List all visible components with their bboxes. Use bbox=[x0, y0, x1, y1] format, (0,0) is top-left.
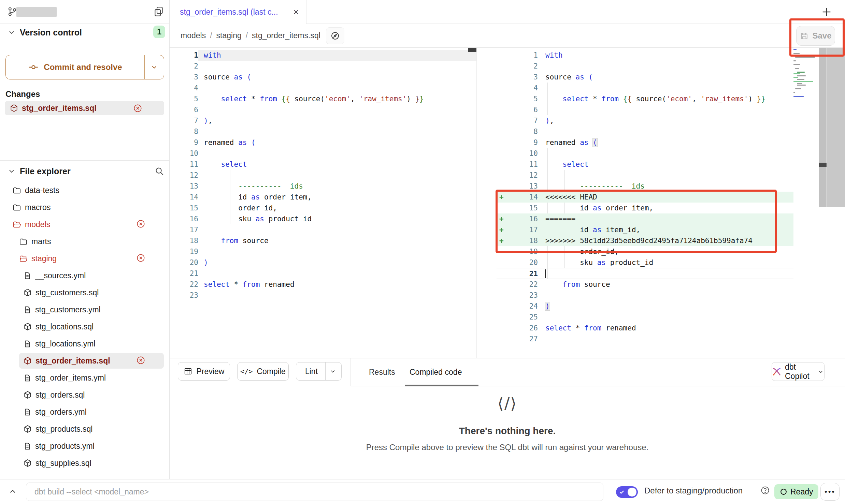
code-line[interactable]: 24) bbox=[497, 301, 793, 312]
copy-pages-icon[interactable] bbox=[153, 5, 164, 17]
code-line[interactable]: 19 order_id, bbox=[497, 246, 793, 257]
minimap-scrollbar[interactable] bbox=[819, 48, 827, 207]
file-tree-item-stg-products-sql[interactable]: stg_products.sql bbox=[0, 420, 169, 438]
code-line[interactable]: 7), bbox=[497, 115, 793, 126]
editor-pane-original[interactable]: 1with23source as (45 select * from {{ so… bbox=[170, 48, 477, 358]
file-explorer-header[interactable]: File explorer bbox=[0, 161, 169, 182]
file-tree-item-models[interactable]: models bbox=[0, 216, 169, 233]
code-line[interactable]: 23 bbox=[497, 290, 793, 301]
tab-compiled-code[interactable]: Compiled code bbox=[410, 358, 462, 386]
code-line[interactable]: 23 bbox=[170, 290, 476, 301]
chevron-up-icon[interactable] bbox=[8, 487, 17, 496]
code-line[interactable]: 11 select bbox=[170, 159, 476, 170]
breadcrumb-file[interactable]: stg_order_items.sql bbox=[252, 31, 320, 40]
code-line[interactable]: 4 bbox=[497, 83, 793, 93]
code-line[interactable]: +17 id as item_id, bbox=[497, 224, 793, 235]
code-line[interactable]: 10 bbox=[497, 148, 793, 159]
code-line[interactable]: 12 bbox=[170, 170, 476, 181]
code-line[interactable]: 15 order_id, bbox=[170, 203, 476, 213]
code-line[interactable]: 2 bbox=[170, 61, 476, 72]
question-circle-icon[interactable] bbox=[760, 486, 770, 495]
file-tree-item-stg-locations-yml[interactable]: stg_locations.yml bbox=[0, 335, 169, 352]
circle-x-icon[interactable] bbox=[136, 253, 145, 263]
code-line[interactable]: 22select * from renamed bbox=[170, 279, 476, 290]
code-line[interactable]: 5 select * from {{ source('ecom', 'raw_i… bbox=[170, 93, 476, 104]
branch-name-placeholder[interactable] bbox=[16, 7, 57, 17]
file-tree-item-stg-products-yml[interactable]: stg_products.yml bbox=[0, 438, 169, 455]
search-icon[interactable] bbox=[154, 166, 164, 176]
file-tree-item-marts[interactable]: marts bbox=[0, 233, 169, 250]
code-line[interactable]: +14<<<<<<< HEAD bbox=[497, 192, 793, 203]
tab-stg-order-items[interactable]: stg_order_items.sql (last c... × bbox=[170, 0, 306, 24]
file-tree-item-stg-order-items-sql[interactable]: stg_order_items.sql bbox=[0, 352, 169, 369]
scrollbar-thumb[interactable] bbox=[819, 163, 827, 167]
file-tree-item-staging[interactable]: staging bbox=[0, 250, 169, 267]
code-line[interactable]: 21 bbox=[497, 268, 793, 279]
scrollbar-thumb[interactable] bbox=[468, 48, 476, 52]
compile-button[interactable]: </> Compile bbox=[237, 362, 289, 381]
save-button[interactable]: Save bbox=[796, 26, 835, 46]
code-line[interactable]: +16======= bbox=[497, 213, 793, 224]
code-line[interactable]: 22 from source bbox=[497, 279, 793, 290]
version-control-header[interactable]: Version control 1 bbox=[0, 24, 169, 41]
lineage-button[interactable] bbox=[326, 27, 344, 44]
code-line[interactable]: 25 bbox=[497, 312, 793, 323]
code-line[interactable]: +18>>>>>>> 58c1dd23d5eebd9cd2495fa7124ab… bbox=[497, 235, 793, 246]
tab-results[interactable]: Results bbox=[369, 358, 395, 386]
code-line[interactable]: 3source as ( bbox=[170, 72, 476, 83]
code-line[interactable]: 12 bbox=[497, 170, 793, 181]
file-tree-item-macros[interactable]: macros bbox=[0, 199, 169, 216]
code-line[interactable]: 13 ---------- ids bbox=[170, 181, 476, 192]
code-line[interactable]: 8 bbox=[170, 126, 476, 137]
preview-button[interactable]: Preview bbox=[178, 362, 230, 381]
file-tree-item-stg-orders-sql[interactable]: stg_orders.sql bbox=[0, 386, 169, 403]
defer-toggle[interactable] bbox=[616, 486, 638, 498]
code-line[interactable]: 6 bbox=[170, 104, 476, 115]
code-line[interactable]: 20 sku as product_id bbox=[497, 257, 793, 268]
circle-x-icon[interactable] bbox=[133, 104, 142, 113]
code-line[interactable]: 14 id as order_item, bbox=[170, 192, 476, 203]
code-line[interactable]: 13 ---------- ids bbox=[497, 181, 793, 192]
status-badge-ready[interactable]: Ready bbox=[774, 484, 818, 499]
file-tree-item-stg-customers-yml[interactable]: stg_customers.yml bbox=[0, 301, 169, 318]
code-line[interactable]: 15 id as order_item, bbox=[497, 203, 793, 213]
close-icon[interactable]: × bbox=[293, 7, 299, 17]
code-line[interactable]: 11 select bbox=[497, 159, 793, 170]
file-tree-item-stg-locations-sql[interactable]: stg_locations.sql bbox=[0, 318, 169, 335]
code-line[interactable]: 17 bbox=[170, 224, 476, 235]
code-line[interactable]: 10 bbox=[170, 148, 476, 159]
chevron-down-icon[interactable] bbox=[325, 362, 340, 380]
code-line[interactable]: 5 select * from {{ source('ecom', 'raw_i… bbox=[497, 93, 793, 104]
changed-file-row[interactable]: stg_order_items.sql bbox=[5, 101, 164, 115]
file-tree-item--sources-yml[interactable]: __sources.yml bbox=[0, 267, 169, 284]
file-tree-item-stg-customers-sql[interactable]: stg_customers.sql bbox=[0, 284, 169, 301]
circle-x-icon[interactable] bbox=[136, 356, 145, 365]
code-line[interactable]: 19 bbox=[170, 246, 476, 257]
code-line[interactable]: 16 sku as product_id bbox=[170, 213, 476, 224]
commit-and-resolve-button[interactable]: Commit and resolve bbox=[5, 55, 164, 79]
code-line[interactable]: 9renamed as ( bbox=[170, 137, 476, 148]
code-line[interactable]: 6 bbox=[497, 104, 793, 115]
code-line[interactable]: 27 bbox=[497, 333, 793, 344]
minimap[interactable] bbox=[793, 48, 818, 100]
code-line[interactable]: 2 bbox=[497, 61, 793, 72]
file-tree-item-data-tests[interactable]: data-tests bbox=[0, 182, 169, 199]
command-input[interactable] bbox=[26, 483, 603, 501]
code-line[interactable]: 26select * from renamed bbox=[497, 323, 793, 333]
editor-pane-modified[interactable]: 1with23source as (45 select * from {{ so… bbox=[497, 48, 793, 358]
code-line[interactable]: 1with bbox=[497, 50, 793, 61]
code-line[interactable]: 9renamed as ( bbox=[497, 137, 793, 148]
dbt-copilot-button[interactable]: dbt Copilot bbox=[772, 362, 825, 381]
code-line[interactable]: 18 from source bbox=[170, 235, 476, 246]
code-line[interactable]: 4 bbox=[170, 83, 476, 93]
plus-icon[interactable] bbox=[821, 6, 832, 18]
lint-button[interactable]: Lint bbox=[296, 362, 342, 381]
breadcrumb-staging[interactable]: staging bbox=[216, 31, 242, 40]
code-line[interactable]: 21 bbox=[170, 268, 476, 279]
file-tree-item-stg-supplies-sql[interactable]: stg_supplies.sql bbox=[0, 455, 169, 472]
breadcrumb-models[interactable]: models bbox=[181, 31, 206, 40]
editor-scrollbar[interactable] bbox=[827, 48, 845, 207]
code-line[interactable]: 1with bbox=[170, 50, 476, 61]
code-line[interactable]: 7), bbox=[170, 115, 476, 126]
commit-options-caret[interactable] bbox=[144, 55, 164, 79]
